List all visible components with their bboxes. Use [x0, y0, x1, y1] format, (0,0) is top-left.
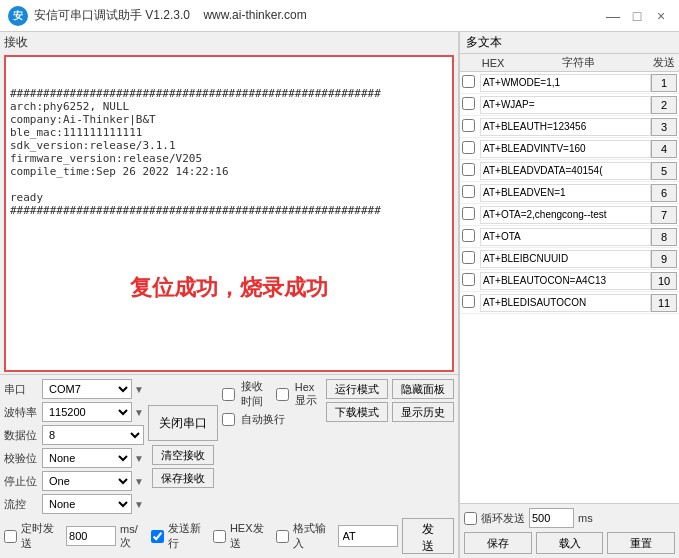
close-button[interactable]: × [651, 6, 671, 26]
auto-execute-label: 自动换行 [241, 412, 285, 427]
mt-input-9[interactable] [480, 250, 651, 268]
hex-send-checkbox[interactable] [213, 530, 226, 543]
checkboxes-area: 接收时间 Hex显示 自动换行 [222, 379, 322, 514]
mt-input-5[interactable] [480, 162, 651, 180]
mt-send-btn-7[interactable]: 7 [651, 206, 677, 224]
mt-checkbox-3[interactable] [462, 119, 475, 132]
parity-select[interactable]: None [42, 448, 132, 468]
mt-input-11[interactable] [480, 294, 651, 312]
mt-send-btn-8[interactable]: 8 [651, 228, 677, 246]
bottom-controls: 串口 COM7 ▼ 波特率 115200 ▼ 数据位 [0, 374, 458, 558]
mt-cb-2 [462, 97, 480, 113]
format-input-checkbox[interactable] [276, 530, 289, 543]
mt-send-btn-9[interactable]: 9 [651, 250, 677, 268]
mt-send-btn-2[interactable]: 2 [651, 96, 677, 114]
multitext-col-headers: HEX 字符串 发送 [460, 54, 679, 72]
mt-send-btn-11[interactable]: 11 [651, 294, 677, 312]
loop-send-unit: ms [578, 512, 593, 524]
port-select[interactable]: COM7 [42, 379, 132, 399]
mt-input-1[interactable] [480, 74, 651, 92]
run-mode-button[interactable]: 运行模式 [326, 379, 388, 399]
receive-time-checkbox[interactable] [222, 388, 235, 401]
open-close-button[interactable]: 关闭串口 [148, 405, 218, 441]
mt-input-7[interactable] [480, 206, 651, 224]
timed-send-checkbox[interactable] [4, 530, 17, 543]
multitext-rows: 1 2 3 4 5 [460, 72, 679, 503]
databits-row: 数据位 8 [4, 425, 144, 445]
bottom-row2: 定时发送 ms/次 发送新行 HEX发送 格式输入 发送 [4, 518, 454, 554]
auto-execute-row: 自动换行 [222, 412, 322, 427]
receive-area[interactable]: ########################################… [4, 55, 454, 372]
maximize-button[interactable]: □ [627, 6, 647, 26]
stopbits-select[interactable]: One [42, 471, 132, 491]
mt-input-6[interactable] [480, 184, 651, 202]
mt-row-2: 2 [460, 94, 679, 116]
app-website: www.ai-thinker.com [203, 8, 306, 22]
mt-send-btn-6[interactable]: 6 [651, 184, 677, 202]
mt-row-6: 6 [460, 182, 679, 204]
hex-display-checkbox[interactable] [276, 388, 289, 401]
flow-select[interactable]: None [42, 494, 132, 514]
mt-checkbox-4[interactable] [462, 141, 475, 154]
mt-row-1: 1 [460, 72, 679, 94]
databits-label: 数据位 [4, 428, 40, 443]
mt-row-3: 3 [460, 116, 679, 138]
right-panel: 多文本 HEX 字符串 发送 1 2 [459, 32, 679, 558]
auto-execute-checkbox[interactable] [222, 413, 235, 426]
receive-content: ########################################… [10, 87, 448, 217]
load-button[interactable]: 载入 [536, 532, 604, 554]
loop-send-checkbox[interactable] [464, 512, 477, 525]
mt-input-2[interactable] [480, 96, 651, 114]
hex-send-label: HEX发送 [230, 521, 272, 551]
send-input[interactable] [338, 525, 398, 547]
hex-display-label: Hex显示 [295, 381, 322, 408]
mt-cb-7 [462, 207, 480, 223]
header-string-col: 字符串 [506, 55, 651, 70]
mt-checkbox-6[interactable] [462, 185, 475, 198]
loop-send-label: 循环发送 [481, 511, 525, 526]
loop-send-interval[interactable] [529, 508, 574, 528]
baudrate-row: 波特率 115200 ▼ [4, 402, 144, 422]
mt-send-btn-3[interactable]: 3 [651, 118, 677, 136]
timed-send-interval[interactable] [66, 526, 116, 546]
mt-send-btn-10[interactable]: 10 [651, 272, 677, 290]
mt-checkbox-8[interactable] [462, 229, 475, 242]
show-history-button[interactable]: 显示历史 [392, 402, 454, 422]
mt-checkbox-1[interactable] [462, 75, 475, 88]
download-mode-button[interactable]: 下载模式 [326, 402, 388, 422]
mt-checkbox-10[interactable] [462, 273, 475, 286]
reset-button[interactable]: 重置 [607, 532, 675, 554]
clear-receive-button[interactable]: 清空接收 [152, 445, 214, 465]
databits-select[interactable]: 8 [42, 425, 144, 445]
mt-checkbox-5[interactable] [462, 163, 475, 176]
newline-checkbox[interactable] [151, 530, 164, 543]
mt-send-btn-1[interactable]: 1 [651, 74, 677, 92]
mt-checkbox-9[interactable] [462, 251, 475, 264]
port-row: 串口 COM7 ▼ [4, 379, 144, 399]
mode-buttons: 运行模式 下载模式 [326, 379, 388, 514]
mt-input-4[interactable] [480, 140, 651, 158]
minimize-button[interactable]: — [603, 6, 623, 26]
save-receive-button[interactable]: 保存接收 [152, 468, 214, 488]
mt-checkbox-2[interactable] [462, 97, 475, 110]
mt-input-3[interactable] [480, 118, 651, 136]
mt-checkbox-11[interactable] [462, 295, 475, 308]
mt-input-8[interactable] [480, 228, 651, 246]
mt-checkbox-7[interactable] [462, 207, 475, 220]
mt-row-4: 4 [460, 138, 679, 160]
mt-send-btn-4[interactable]: 4 [651, 140, 677, 158]
success-text: 复位成功，烧录成功 [10, 273, 448, 303]
save-button[interactable]: 保存 [464, 532, 532, 554]
hidden-panel-button[interactable]: 隐藏面板 [392, 379, 454, 399]
mt-row-5: 5 [460, 160, 679, 182]
send-button[interactable]: 发送 [402, 518, 454, 554]
stopbits-row: 停止位 One ▼ [4, 471, 144, 491]
app-title: 安信可串口调试助手 V1.2.3.0 [34, 8, 190, 22]
header-hex-col: HEX [480, 57, 506, 69]
mt-input-10[interactable] [480, 272, 651, 290]
mt-send-btn-5[interactable]: 5 [651, 162, 677, 180]
baudrate-select[interactable]: 115200 [42, 402, 132, 422]
newline-label: 发送新行 [168, 521, 209, 551]
mt-cb-11 [462, 295, 480, 311]
mt-row-7: 7 [460, 204, 679, 226]
